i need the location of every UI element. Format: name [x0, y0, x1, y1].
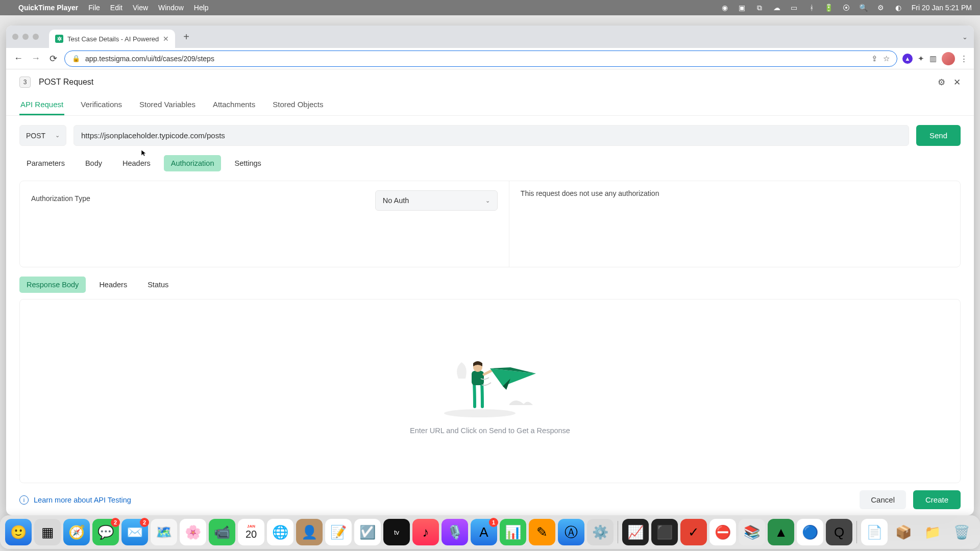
close-icon[interactable]: ✕ — [953, 77, 961, 88]
dock-appstore-icon[interactable]: A1 — [471, 519, 497, 545]
dock-downloads-icon[interactable]: 📦 — [890, 519, 917, 545]
cancel-button[interactable]: Cancel — [860, 490, 906, 509]
http-method-select[interactable]: POST ⌄ — [19, 125, 66, 146]
tab-stored-variables[interactable]: Stored Variables — [138, 95, 197, 115]
resptab-headers[interactable]: Headers — [92, 277, 134, 293]
request-url-input[interactable] — [74, 125, 909, 146]
dock-folder-icon[interactable]: 📁 — [919, 519, 946, 545]
record-icon[interactable]: ◉ — [721, 4, 729, 12]
dock-podcasts-icon[interactable]: 🎙️ — [442, 519, 468, 545]
dock-music-icon[interactable]: ♪ — [412, 519, 439, 545]
chrome-menu-icon[interactable]: ⋮ — [960, 54, 968, 63]
window-maximize-icon[interactable] — [33, 34, 39, 40]
subtab-headers[interactable]: Headers — [115, 155, 158, 171]
extension-icon[interactable]: ▲ — [902, 54, 913, 64]
profile-avatar[interactable] — [942, 52, 955, 65]
dock-loom-icon[interactable]: 🔵 — [797, 519, 823, 545]
forward-button[interactable]: → — [30, 53, 42, 64]
dock-todoist-icon[interactable]: ✓ — [680, 519, 707, 545]
create-button[interactable]: Create — [913, 490, 961, 509]
dock-tv-icon[interactable]: tv — [383, 519, 410, 545]
battery-box-icon[interactable]: ▭ — [790, 4, 798, 12]
display-icon[interactable]: ⧉ — [755, 4, 764, 12]
dock-quicktime-icon[interactable]: Q — [826, 519, 852, 545]
dock-mail-icon[interactable]: ✉️2 — [121, 519, 148, 545]
dock-activity-icon[interactable]: 📈 — [622, 519, 649, 545]
back-button[interactable]: ← — [12, 53, 24, 64]
learn-more-link[interactable]: Learn more about API Testing — [34, 496, 131, 504]
chrome-window: ✲ Test Case Details - AI Powered ✕ + ⌄ ←… — [6, 26, 974, 515]
dock-contacts-icon[interactable]: 👤 — [296, 519, 323, 545]
subtab-body[interactable]: Body — [78, 155, 109, 171]
dock-facetime-icon[interactable]: 📹 — [209, 519, 235, 545]
dock-separator — [618, 521, 618, 543]
dock-books-icon[interactable]: 📚 — [739, 519, 765, 545]
lock-icon[interactable]: 🔒 — [72, 55, 80, 62]
subtab-settings[interactable]: Settings — [227, 155, 268, 171]
dock-screenrec-icon[interactable]: ⛔ — [709, 519, 736, 545]
dock-launchpad-icon[interactable]: ▦ — [34, 519, 61, 545]
gear-icon[interactable]: ⚙ — [938, 77, 945, 88]
menu-edit[interactable]: Edit — [110, 4, 122, 12]
extensions-puzzle-icon[interactable]: ✦ — [918, 54, 924, 63]
subtab-parameters[interactable]: Parameters — [19, 155, 72, 171]
dock-textedit-icon[interactable]: 📄 — [861, 519, 888, 545]
dock-notes-icon[interactable]: 📝 — [325, 519, 352, 545]
search-icon[interactable]: 🔍 — [860, 4, 868, 12]
dock-settings-icon[interactable]: ⚙️ — [587, 519, 614, 545]
chevron-down-icon: ⌄ — [485, 197, 490, 204]
dock-terminal-icon[interactable]: ⬛ — [651, 519, 678, 545]
window-minimize-icon[interactable] — [22, 34, 29, 40]
address-bar[interactable]: 🔒 app.testsigma.com/ui/td/cases/209/step… — [64, 51, 897, 67]
menubar-clock[interactable]: Fri 20 Jan 5:21 PM — [912, 4, 972, 12]
bookmark-star-icon[interactable]: ☆ — [883, 54, 890, 63]
dock-reminders-icon[interactable]: ☑️ — [354, 519, 381, 545]
tab-api-request[interactable]: API Request — [19, 95, 64, 115]
resptab-status[interactable]: Status — [140, 277, 176, 293]
reload-button[interactable]: ⟳ — [47, 53, 59, 64]
subtab-authorization[interactable]: Authorization — [164, 155, 222, 171]
resptab-body[interactable]: Response Body — [19, 277, 86, 293]
tab-verifications[interactable]: Verifications — [80, 95, 123, 115]
airdrop-icon[interactable]: ☁ — [773, 4, 781, 12]
url-text: app.testsigma.com/ui/td/cases/209/steps — [85, 55, 866, 63]
wifi-icon[interactable]: ⦿ — [842, 4, 850, 12]
dock-finder-icon[interactable]: 🙂 — [5, 519, 32, 545]
menu-view[interactable]: View — [133, 4, 148, 12]
tile-icon[interactable]: ▣ — [738, 4, 746, 12]
menu-help[interactable]: Help — [194, 4, 209, 12]
dock-chrome-icon[interactable]: 🌐 — [267, 519, 293, 545]
window-controls — [12, 34, 39, 40]
chrome-tab-strip: ✲ Test Case Details - AI Powered ✕ + ⌄ — [6, 26, 974, 48]
menubar-app-name[interactable]: QuickTime Player — [18, 4, 78, 12]
dock-appstore2-icon[interactable]: Ⓐ — [558, 519, 584, 545]
dock-pages-icon[interactable]: ✎ — [529, 519, 555, 545]
dock-messages-icon[interactable]: 💬2 — [92, 519, 119, 545]
menu-file[interactable]: File — [88, 4, 100, 12]
dock-safari-icon[interactable]: 🧭 — [63, 519, 90, 545]
tabs-dropdown-icon[interactable]: ⌄ — [962, 33, 968, 41]
window-close-icon[interactable] — [12, 34, 18, 40]
share-icon[interactable]: ⇪ — [871, 54, 878, 63]
send-button[interactable]: Send — [916, 125, 961, 146]
tab-attachments[interactable]: Attachments — [212, 95, 256, 115]
menu-window[interactable]: Window — [158, 4, 184, 12]
sidepanel-icon[interactable]: ▥ — [929, 54, 937, 63]
battery-icon[interactable]: 🔋 — [825, 4, 833, 12]
dock-trash-icon[interactable]: 🗑️ — [948, 519, 975, 545]
tab-close-icon[interactable]: ✕ — [163, 35, 169, 43]
siri-icon[interactable]: ◐ — [894, 4, 902, 12]
auth-type-select[interactable]: No Auth ⌄ — [375, 190, 498, 211]
control-center-icon[interactable]: ⚙ — [877, 4, 885, 12]
new-tab-button[interactable]: + — [179, 31, 193, 43]
auth-note: This request does not use any authorizat… — [509, 181, 960, 267]
dock-photos-icon[interactable]: 🌸 — [180, 519, 206, 545]
dock-app-green-icon[interactable]: ▲ — [768, 519, 794, 545]
tab-stored-objects[interactable]: Stored Objects — [272, 95, 324, 115]
method-value: POST — [26, 132, 45, 140]
dock-numbers-icon[interactable]: 📊 — [500, 519, 526, 545]
browser-tab[interactable]: ✲ Test Case Details - AI Powered ✕ — [49, 30, 175, 48]
bluetooth-icon[interactable]: ᚼ — [807, 4, 816, 12]
dock-calendar-icon[interactable]: JAN20 — [238, 519, 264, 545]
dock-maps-icon[interactable]: 🗺️ — [151, 519, 177, 545]
